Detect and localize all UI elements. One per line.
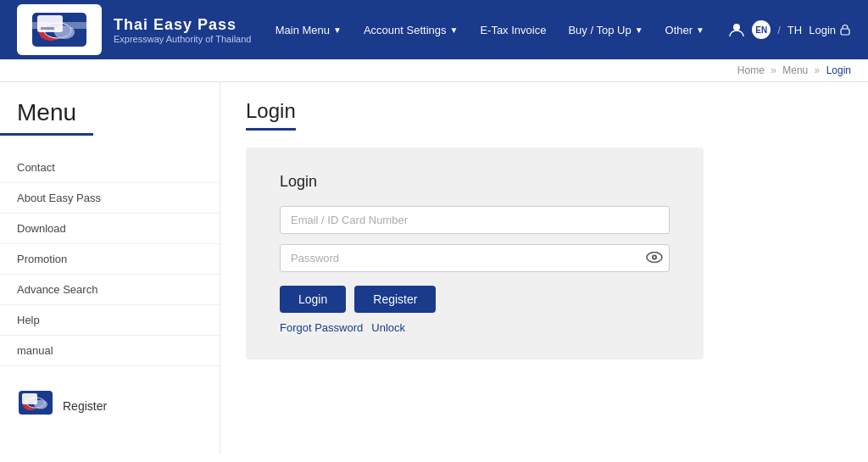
sidebar: Menu Contact About Easy Pass Download Pr… [0, 82, 220, 454]
header-login-button[interactable]: Login [809, 24, 851, 36]
login-button[interactable]: Login [280, 286, 346, 313]
header: Thai Easy Pass Expressway Authority of T… [0, 0, 868, 59]
main-nav: Main Menu ▼ Account Settings ▼ E-Tax Inv… [251, 19, 728, 42]
breadcrumb-menu[interactable]: Menu [782, 64, 808, 76]
nav-account-settings[interactable]: Account Settings ▼ [353, 19, 468, 42]
language-en-button[interactable]: EN [752, 20, 771, 39]
user-icon[interactable] [728, 21, 745, 38]
site-subtitle: Expressway Authority of Thailand [114, 34, 251, 44]
chevron-down-icon: ▼ [449, 25, 458, 35]
page-layout: Menu Contact About Easy Pass Download Pr… [0, 82, 868, 454]
forgot-password-link[interactable]: Forgot Password [280, 321, 363, 334]
site-title: Thai Easy Pass [114, 16, 251, 34]
svg-rect-6 [41, 27, 54, 30]
chevron-down-icon: ▼ [635, 25, 643, 35]
header-right: EN / TH Login [728, 20, 851, 39]
breadcrumb-sep2: » [815, 64, 821, 76]
register-label: Register [63, 399, 107, 413]
password-input[interactable] [280, 244, 670, 272]
sidebar-item-manual[interactable]: manual [0, 336, 220, 366]
chevron-down-icon: ▼ [696, 25, 704, 35]
logo-box [17, 4, 102, 55]
toggle-password-button[interactable] [646, 251, 663, 265]
language-th-button[interactable]: TH [787, 24, 802, 36]
breadcrumb-sep1: » [771, 64, 776, 76]
nav-buy-top-up[interactable]: Buy / Top Up ▼ [558, 19, 653, 42]
sidebar-item-about[interactable]: About Easy Pass [0, 183, 220, 214]
svg-rect-8 [841, 29, 849, 35]
nav-main-menu[interactable]: Main Menu ▼ [265, 19, 352, 42]
nav-other[interactable]: Other ▼ [655, 19, 715, 42]
nav-etax-invoice[interactable]: E-Tax Invoice [470, 19, 556, 42]
register-logo-icon [17, 387, 54, 425]
sidebar-title: Menu [0, 99, 93, 136]
sidebar-item-help[interactable]: Help [0, 305, 220, 336]
header-brand: Thai Easy Pass Expressway Authority of T… [114, 16, 251, 44]
login-panel-title: Login [280, 173, 670, 191]
breadcrumb-home[interactable]: Home [737, 64, 765, 76]
form-buttons: Login Register [280, 286, 670, 313]
sidebar-register[interactable]: Register [0, 375, 220, 437]
lang-separator: / [777, 24, 781, 36]
sidebar-menu: Contact About Easy Pass Download Promoti… [0, 153, 220, 366]
svg-point-16 [654, 256, 655, 258]
register-button[interactable]: Register [354, 286, 436, 313]
breadcrumb-current: Login [826, 64, 851, 76]
eye-icon [646, 251, 663, 263]
login-panel: Login Login Register [246, 148, 704, 359]
form-links: Forgot Password Unlock [280, 321, 670, 334]
sidebar-item-contact[interactable]: Contact [0, 153, 220, 183]
lock-icon [839, 24, 851, 36]
sidebar-item-promotion[interactable]: Promotion [0, 244, 220, 275]
logo-image [25, 8, 93, 51]
sidebar-item-download[interactable]: Download [0, 214, 220, 244]
email-input[interactable] [280, 206, 670, 234]
svg-point-7 [733, 24, 740, 31]
main-content: Login Login Login Register [220, 82, 868, 454]
breadcrumb: Home » Menu » Login [0, 59, 868, 82]
svg-rect-13 [22, 393, 37, 404]
page-title: Login [246, 99, 296, 131]
unlock-link[interactable]: Unlock [371, 321, 405, 334]
password-field-wrapper [280, 244, 670, 272]
sidebar-item-advance-search[interactable]: Advance Search [0, 275, 220, 305]
chevron-down-icon: ▼ [333, 25, 342, 35]
email-field-wrapper [280, 206, 670, 234]
